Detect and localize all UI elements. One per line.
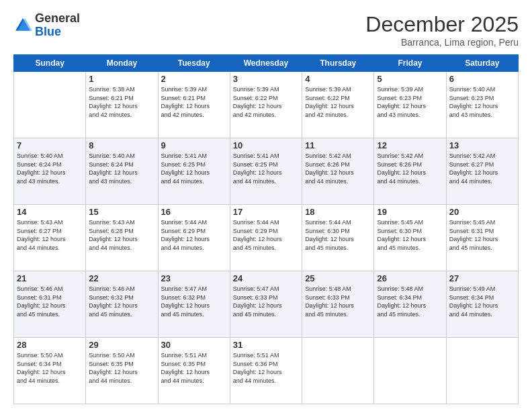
- day-header-saturday: Saturday: [446, 55, 518, 72]
- calendar-cell: 29Sunrise: 5:50 AMSunset: 6:35 PMDayligh…: [86, 338, 158, 404]
- cell-info: Sunrise: 5:50 AMSunset: 6:34 PMDaylight:…: [17, 351, 83, 385]
- day-number: 11: [305, 140, 371, 150]
- calendar-week-row: 28Sunrise: 5:50 AMSunset: 6:34 PMDayligh…: [14, 338, 519, 404]
- day-number: 15: [89, 207, 154, 217]
- cell-info: Sunrise: 5:44 AMSunset: 6:29 PMDaylight:…: [233, 218, 299, 252]
- day-header-monday: Monday: [86, 55, 158, 72]
- calendar-cell: 26Sunrise: 5:48 AMSunset: 6:34 PMDayligh…: [374, 271, 446, 338]
- cell-info: Sunrise: 5:42 AMSunset: 6:26 PMDaylight:…: [305, 152, 371, 185]
- day-number: 25: [305, 273, 371, 283]
- calendar-cell: 4Sunrise: 5:39 AMSunset: 6:22 PMDaylight…: [302, 72, 374, 138]
- day-header-thursday: Thursday: [302, 55, 374, 72]
- calendar-cell: [446, 338, 518, 404]
- cell-info: Sunrise: 5:46 AMSunset: 6:32 PMDaylight:…: [89, 285, 154, 318]
- calendar-cell: 6Sunrise: 5:40 AMSunset: 6:23 PMDaylight…: [446, 72, 518, 138]
- calendar-cell: 22Sunrise: 5:46 AMSunset: 6:32 PMDayligh…: [86, 271, 158, 338]
- day-number: 31: [233, 340, 299, 350]
- calendar-cell: 7Sunrise: 5:40 AMSunset: 6:24 PMDaylight…: [14, 138, 86, 205]
- cell-info: Sunrise: 5:44 AMSunset: 6:29 PMDaylight:…: [161, 218, 227, 252]
- calendar-table: SundayMondayTuesdayWednesdayThursdayFrid…: [13, 54, 519, 404]
- cell-info: Sunrise: 5:47 AMSunset: 6:32 PMDaylight:…: [161, 285, 227, 318]
- calendar-cell: 9Sunrise: 5:41 AMSunset: 6:25 PMDaylight…: [158, 138, 230, 205]
- cell-info: Sunrise: 5:45 AMSunset: 6:31 PMDaylight:…: [449, 218, 515, 252]
- cell-info: Sunrise: 5:40 AMSunset: 6:24 PMDaylight:…: [17, 152, 83, 185]
- day-number: 22: [89, 273, 154, 283]
- day-header-friday: Friday: [374, 55, 446, 72]
- cell-info: Sunrise: 5:50 AMSunset: 6:35 PMDaylight:…: [89, 351, 154, 385]
- calendar-cell: 23Sunrise: 5:47 AMSunset: 6:32 PMDayligh…: [158, 271, 230, 338]
- day-number: 26: [377, 273, 443, 283]
- calendar-cell: 13Sunrise: 5:42 AMSunset: 6:27 PMDayligh…: [446, 138, 518, 205]
- day-number: 14: [17, 207, 83, 217]
- cell-info: Sunrise: 5:38 AMSunset: 6:21 PMDaylight:…: [89, 85, 154, 119]
- cell-info: Sunrise: 5:42 AMSunset: 6:27 PMDaylight:…: [449, 152, 515, 185]
- day-number: 28: [17, 340, 83, 350]
- calendar-cell: 14Sunrise: 5:43 AMSunset: 6:27 PMDayligh…: [14, 205, 86, 271]
- cell-info: Sunrise: 5:46 AMSunset: 6:31 PMDaylight:…: [17, 285, 83, 318]
- calendar-cell: 19Sunrise: 5:45 AMSunset: 6:30 PMDayligh…: [374, 205, 446, 271]
- day-number: 18: [305, 207, 371, 217]
- day-number: 10: [233, 140, 299, 150]
- header: General Blue December 2025 Barranca, Lim…: [13, 12, 519, 48]
- day-header-tuesday: Tuesday: [158, 55, 230, 72]
- day-number: 3: [233, 74, 299, 84]
- day-number: 17: [233, 207, 299, 217]
- day-number: 7: [17, 140, 83, 150]
- day-number: 27: [449, 273, 515, 283]
- calendar-cell: 1Sunrise: 5:38 AMSunset: 6:21 PMDaylight…: [86, 72, 158, 138]
- day-number: 1: [89, 74, 154, 84]
- day-number: 5: [377, 74, 443, 84]
- month-title: December 2025: [365, 12, 519, 37]
- day-number: 12: [377, 140, 443, 150]
- day-number: 21: [17, 273, 83, 283]
- calendar-cell: 31Sunrise: 5:51 AMSunset: 6:36 PMDayligh…: [230, 338, 302, 404]
- cell-info: Sunrise: 5:49 AMSunset: 6:34 PMDaylight:…: [449, 285, 515, 318]
- day-number: 29: [89, 340, 154, 350]
- logo: General Blue: [13, 12, 80, 39]
- cell-info: Sunrise: 5:43 AMSunset: 6:28 PMDaylight:…: [89, 218, 154, 252]
- day-number: 30: [161, 340, 227, 350]
- calendar-cell: [302, 338, 374, 404]
- calendar-cell: 11Sunrise: 5:42 AMSunset: 6:26 PMDayligh…: [302, 138, 374, 205]
- cell-info: Sunrise: 5:42 AMSunset: 6:26 PMDaylight:…: [377, 152, 443, 185]
- calendar-cell: 27Sunrise: 5:49 AMSunset: 6:34 PMDayligh…: [446, 271, 518, 338]
- title-block: December 2025 Barranca, Lima region, Per…: [365, 12, 519, 48]
- cell-info: Sunrise: 5:40 AMSunset: 6:23 PMDaylight:…: [449, 85, 515, 119]
- cell-info: Sunrise: 5:39 AMSunset: 6:23 PMDaylight:…: [377, 85, 443, 119]
- cell-info: Sunrise: 5:48 AMSunset: 6:33 PMDaylight:…: [305, 285, 371, 318]
- day-number: 8: [89, 140, 154, 150]
- calendar-week-row: 14Sunrise: 5:43 AMSunset: 6:27 PMDayligh…: [14, 205, 519, 271]
- calendar-week-row: 1Sunrise: 5:38 AMSunset: 6:21 PMDaylight…: [14, 72, 519, 138]
- cell-info: Sunrise: 5:47 AMSunset: 6:33 PMDaylight:…: [233, 285, 299, 318]
- calendar-cell: 3Sunrise: 5:39 AMSunset: 6:22 PMDaylight…: [230, 72, 302, 138]
- calendar-cell: 20Sunrise: 5:45 AMSunset: 6:31 PMDayligh…: [446, 205, 518, 271]
- day-number: 13: [449, 140, 515, 150]
- calendar-cell: 28Sunrise: 5:50 AMSunset: 6:34 PMDayligh…: [14, 338, 86, 404]
- calendar-cell: 2Sunrise: 5:39 AMSunset: 6:21 PMDaylight…: [158, 72, 230, 138]
- cell-info: Sunrise: 5:51 AMSunset: 6:36 PMDaylight:…: [233, 351, 299, 385]
- day-number: 19: [377, 207, 443, 217]
- calendar-week-row: 21Sunrise: 5:46 AMSunset: 6:31 PMDayligh…: [14, 271, 519, 338]
- calendar-cell: 8Sunrise: 5:40 AMSunset: 6:24 PMDaylight…: [86, 138, 158, 205]
- day-header-wednesday: Wednesday: [230, 55, 302, 72]
- calendar-week-row: 7Sunrise: 5:40 AMSunset: 6:24 PMDaylight…: [14, 138, 519, 205]
- cell-info: Sunrise: 5:41 AMSunset: 6:25 PMDaylight:…: [233, 152, 299, 185]
- logo-general-text: General: [35, 12, 80, 26]
- calendar-cell: 15Sunrise: 5:43 AMSunset: 6:28 PMDayligh…: [86, 205, 158, 271]
- calendar-cell: 17Sunrise: 5:44 AMSunset: 6:29 PMDayligh…: [230, 205, 302, 271]
- day-number: 16: [161, 207, 227, 217]
- calendar-cell: 16Sunrise: 5:44 AMSunset: 6:29 PMDayligh…: [158, 205, 230, 271]
- calendar-cell: 12Sunrise: 5:42 AMSunset: 6:26 PMDayligh…: [374, 138, 446, 205]
- calendar-cell: 21Sunrise: 5:46 AMSunset: 6:31 PMDayligh…: [14, 271, 86, 338]
- cell-info: Sunrise: 5:43 AMSunset: 6:27 PMDaylight:…: [17, 218, 83, 252]
- calendar-cell: 18Sunrise: 5:44 AMSunset: 6:30 PMDayligh…: [302, 205, 374, 271]
- day-header-sunday: Sunday: [14, 55, 86, 72]
- day-number: 20: [449, 207, 515, 217]
- calendar-cell: 25Sunrise: 5:48 AMSunset: 6:33 PMDayligh…: [302, 271, 374, 338]
- day-number: 4: [305, 74, 371, 84]
- day-number: 23: [161, 273, 227, 283]
- calendar-cell: [14, 72, 86, 138]
- page: General Blue December 2025 Barranca, Lim…: [0, 0, 532, 411]
- cell-info: Sunrise: 5:48 AMSunset: 6:34 PMDaylight:…: [377, 285, 443, 318]
- day-number: 6: [449, 74, 515, 84]
